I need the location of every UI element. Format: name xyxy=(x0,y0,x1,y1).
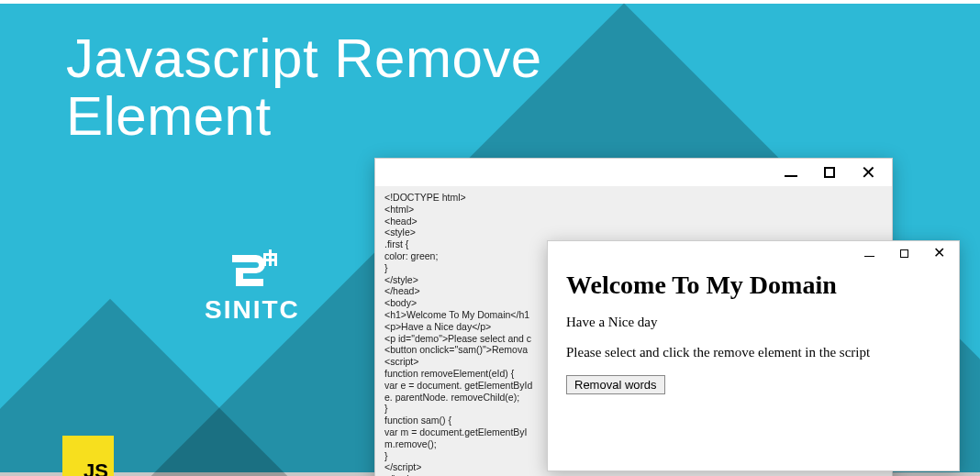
minimize-button[interactable] xyxy=(862,246,876,260)
logo-text: SINITC xyxy=(205,295,300,325)
svg-rect-1 xyxy=(269,249,272,266)
preview-window-titlebar: ✕ xyxy=(548,241,959,265)
preview-paragraph-2: Please select and click the remove eleme… xyxy=(566,345,941,360)
browser-preview-window: ✕ Welcome To My Domain Have a Nice day P… xyxy=(547,240,960,471)
brand-logo: SINITC xyxy=(205,249,300,325)
page-title: Javascript Remove Element xyxy=(66,29,542,145)
maximize-button[interactable] xyxy=(822,165,837,180)
removal-words-button[interactable]: Removal words xyxy=(566,375,665,394)
logo-glyph-icon xyxy=(227,249,278,293)
preview-content: Welcome To My Domain Have a Nice day Ple… xyxy=(548,265,959,407)
maximize-button[interactable] xyxy=(896,246,911,260)
close-button[interactable]: ✕ xyxy=(931,246,946,260)
svg-rect-4 xyxy=(263,259,277,261)
decorative-bar-top xyxy=(0,0,980,4)
code-window-titlebar: ✕ xyxy=(375,159,892,186)
svg-rect-3 xyxy=(263,253,277,256)
title-line-1: Javascript Remove xyxy=(66,28,542,89)
title-line-2: Element xyxy=(66,85,272,147)
minimize-button[interactable] xyxy=(784,165,798,180)
js-badge-icon: JS xyxy=(62,436,114,476)
preview-heading: Welcome To My Domain xyxy=(566,271,941,300)
close-button[interactable]: ✕ xyxy=(861,165,875,180)
preview-paragraph-1: Have a Nice day xyxy=(566,315,941,330)
